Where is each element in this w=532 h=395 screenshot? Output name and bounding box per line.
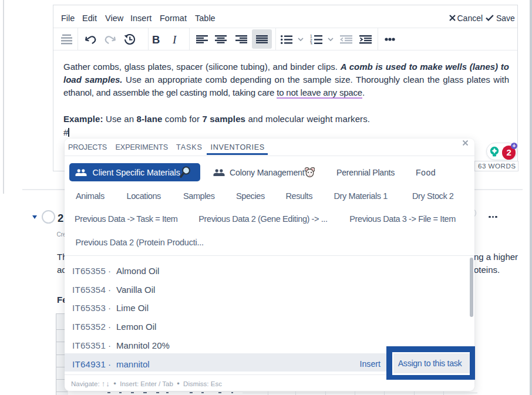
svg-text:I: I bbox=[173, 35, 177, 44]
svg-text:B: B bbox=[152, 35, 160, 44]
svg-text:3: 3 bbox=[310, 41, 312, 45]
